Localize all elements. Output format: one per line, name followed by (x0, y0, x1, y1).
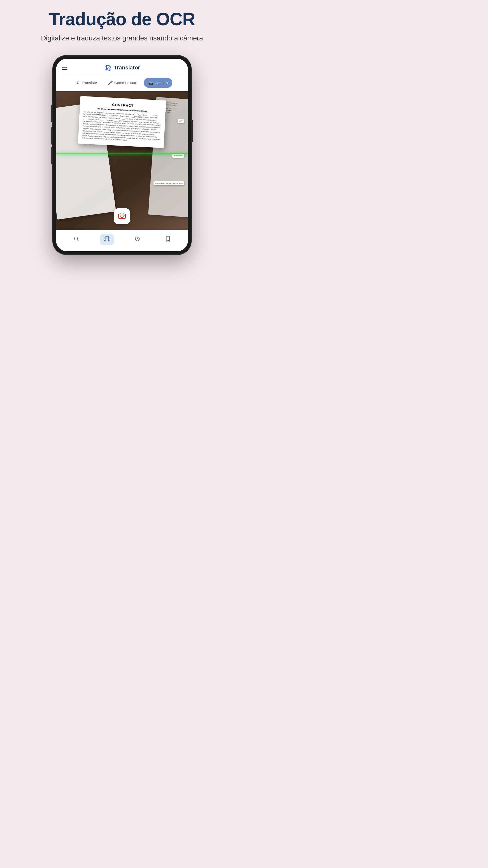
translate-nav-icon (104, 236, 110, 244)
nav-bookmark[interactable] (161, 234, 175, 245)
page-headline: Tradução de OCR (49, 10, 195, 29)
nav-history[interactable] (130, 234, 144, 245)
shutter-button[interactable] (114, 208, 130, 224)
right-snippet-1: LITY (178, 119, 184, 123)
microphone-icon: 🎤 (108, 80, 113, 85)
document-background: CONTRACT BILL OF SALE AND ASSIGNMENT AND… (56, 91, 188, 230)
svg-point-3 (121, 215, 123, 217)
svg-point-5 (74, 237, 78, 240)
history-nav-icon (135, 236, 140, 243)
tab-communicate-label: Communicate (114, 81, 138, 85)
page-subtitle: Digitalize e traduza textos grandes usan… (41, 33, 203, 43)
tab-camera[interactable]: 📷 Camera (144, 78, 172, 88)
svg-rect-4 (124, 215, 125, 216)
app-title-area: A Translator (104, 64, 140, 72)
hamburger-menu[interactable] (62, 66, 67, 70)
bookmark-nav-icon (165, 236, 170, 243)
tab-translate[interactable]: Translate (72, 78, 101, 88)
phone-mockup: A Translator Translate 🎤 Communicate (53, 55, 191, 255)
svg-text:A: A (109, 68, 110, 70)
camera-tab-icon: 📷 (148, 80, 153, 85)
translate-logo-icon: A (104, 64, 112, 72)
bottom-nav (56, 230, 188, 251)
shutter-container (114, 208, 130, 224)
app-title: Translator (114, 64, 140, 71)
nav-search[interactable] (69, 234, 83, 245)
phone-screen: A Translator Translate 🎤 Communicate (56, 59, 188, 251)
tab-camera-label: Camera (155, 81, 168, 85)
tab-bar: Translate 🎤 Communicate 📷 Camera (56, 75, 188, 91)
tab-communicate[interactable]: 🎤 Communicate (103, 78, 142, 88)
search-nav-icon (74, 236, 79, 243)
contract-body: This bill of sale and assignment and ass… (82, 111, 161, 143)
shutter-camera-icon (118, 212, 126, 221)
nav-translate[interactable] (100, 234, 114, 245)
contract-document: CONTRACT BILL OF SALE AND ASSIGNMENT AND… (78, 96, 166, 148)
top-bar: A Translator (56, 59, 188, 75)
scan-line (56, 154, 188, 154)
svg-line-6 (78, 240, 79, 241)
translate-icon (76, 80, 80, 85)
tab-translate-label: Translate (82, 81, 97, 85)
camera-view: CONTRACT BILL OF SALE AND ASSIGNMENT AND… (56, 91, 188, 230)
right-snippet-3: ubject to assets set forth o ale, mes um… (153, 181, 184, 185)
